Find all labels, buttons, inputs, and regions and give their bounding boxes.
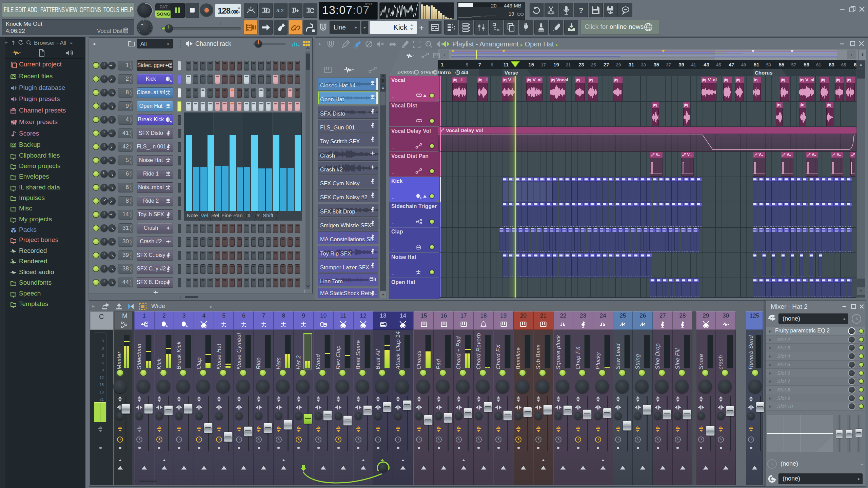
svg-text:3.2.: 3.2. xyxy=(276,7,285,13)
svg-text:Verse: Verse xyxy=(505,70,518,76)
svg-text:Chorus: Chorus xyxy=(755,70,773,76)
svg-text:?: ? xyxy=(579,6,583,15)
